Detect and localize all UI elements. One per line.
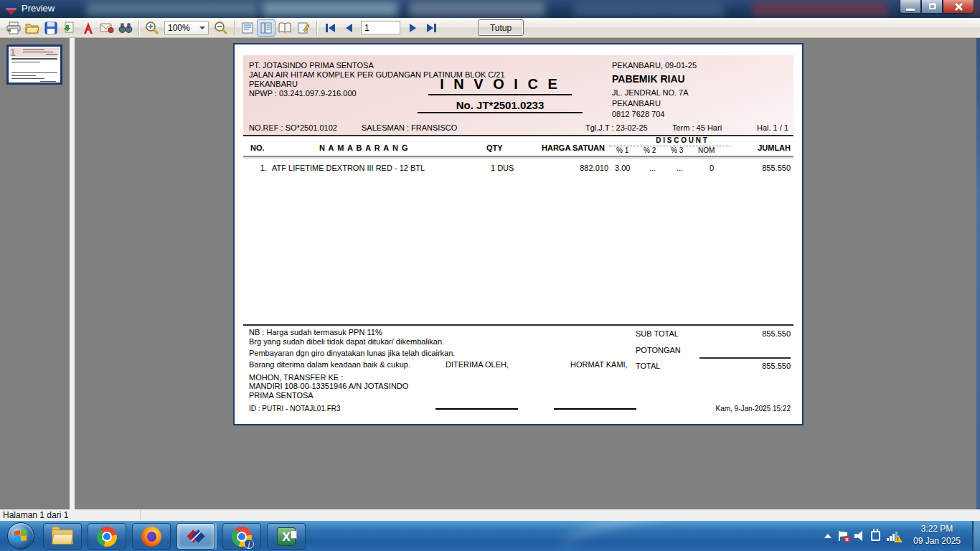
page-number-input[interactable]: [361, 21, 400, 34]
preview-content: 1 PT. JOTASINDO PRIMA SENTOSA JALAN AIR …: [0, 38, 980, 509]
page-count: Hal. 1 / 1: [757, 123, 788, 132]
volume-icon[interactable]: [854, 531, 864, 541]
operator-id: ID : PUTRI - NOTAJL01.FR3: [249, 405, 341, 413]
taskbar-active-app-button[interactable]: [176, 523, 215, 550]
save-button[interactable]: [42, 19, 60, 37]
edit-page-icon: [297, 22, 310, 34]
show-hidden-icons-button[interactable]: [824, 534, 831, 538]
item-no: 1.: [250, 164, 267, 172]
note-line: Pembayaran dgn giro dinyatakan lunas jik…: [249, 349, 455, 357]
prev-page-button[interactable]: [339, 19, 358, 37]
col-nom: NOM: [698, 146, 715, 154]
last-page-button[interactable]: [422, 19, 440, 37]
network-warning-icon: [894, 535, 903, 542]
customer-name: PABEMIK RIAU: [612, 73, 685, 85]
due-date: Tgl.J.T : 23-02-25: [585, 123, 648, 132]
customer-address: JL. JENDRAL NO. 7A: [612, 88, 689, 97]
mail-button[interactable]: [98, 19, 116, 37]
potongan-label: POTONGAN: [636, 346, 681, 354]
show-desktop-button[interactable]: [972, 521, 980, 551]
footer-divider: [243, 324, 793, 326]
view-single-page-button[interactable]: [238, 19, 257, 37]
view-continuous-button[interactable]: [257, 19, 275, 37]
subtotal-label: SUB TOTAL: [636, 329, 679, 338]
minimize-icon: [906, 9, 915, 11]
taskbar-chrome-button[interactable]: [88, 523, 126, 550]
received-by-label: DITERIMA OLEH,: [446, 360, 509, 369]
taskbar-clock[interactable]: 3:22 PM 09 Jan 2025: [904, 523, 970, 547]
pdf-button[interactable]: [79, 19, 98, 37]
item-disc1: 3.00: [615, 164, 630, 172]
restore-button[interactable]: [921, 0, 943, 14]
tutup-close-button[interactable]: Tutup: [478, 19, 524, 36]
close-button[interactable]: [943, 0, 974, 14]
taskbar-firefox-button[interactable]: [132, 523, 171, 550]
zoom-level-select[interactable]: 100%: [164, 21, 209, 35]
col-no: NO.: [250, 143, 265, 152]
action-center-icon[interactable]: x: [838, 531, 848, 541]
next-page-button[interactable]: [403, 19, 422, 37]
first-page-button[interactable]: [321, 19, 339, 37]
zoom-out-icon: [214, 21, 228, 35]
blurred-region: [409, 1, 545, 16]
zoom-in-button[interactable]: [143, 19, 161, 37]
invoice-date-place: PEKANBARU, 09-01-25: [612, 61, 697, 70]
taskbar-chrome-profile-button[interactable]: j: [222, 523, 261, 550]
network-status-icon[interactable]: [887, 531, 898, 541]
statusbar-page-indicator: Halaman 1 dari 1: [3, 510, 68, 520]
total-value: 855.550: [733, 362, 791, 370]
sidebar-splitter[interactable]: [70, 38, 75, 509]
export-button[interactable]: [60, 19, 79, 37]
toolbar-separator: [138, 21, 139, 35]
item-disc2: ...: [649, 164, 656, 172]
minimize-button[interactable]: [900, 0, 921, 14]
regards-label: HORMAT KAMI,: [570, 360, 628, 369]
customer-city: PEKANBARU: [612, 99, 661, 108]
transfer-line: MOHON, TRANSFER KE :: [249, 373, 343, 382]
invoice-title: I N V O I C E: [428, 76, 572, 95]
open-button[interactable]: [23, 19, 42, 37]
view-facing-icon: [278, 22, 292, 34]
zoom-out-button[interactable]: [212, 19, 230, 37]
first-page-icon: [326, 24, 335, 32]
view-continuous-icon: [260, 22, 273, 34]
mail-icon: [100, 22, 114, 34]
binoculars-icon: [118, 22, 133, 34]
toolbar: 100%: [0, 18, 980, 38]
taskbar-excel-button[interactable]: X: [267, 523, 306, 550]
chrome-profile-badge: j: [244, 539, 254, 549]
total-label: TOTAL: [636, 362, 660, 370]
view-facing-button[interactable]: [275, 19, 294, 37]
open-folder-icon: [25, 22, 39, 34]
page-thumbnail[interactable]: 1: [6, 44, 62, 85]
start-button[interactable]: [7, 522, 34, 550]
col-d1: % 1: [616, 146, 628, 154]
find-button[interactable]: [116, 19, 135, 37]
term: Term : 45 Hari: [672, 123, 722, 132]
system-tray: x: [824, 521, 898, 551]
col-jumlah: JUMLAH: [733, 143, 791, 152]
item-disc3: ...: [677, 164, 683, 172]
item-price: 882.010: [551, 164, 608, 172]
toolbar-separator: [316, 21, 317, 35]
total-divider: [699, 357, 791, 359]
signature-line: [554, 408, 636, 410]
app-diamond-icon: [187, 528, 204, 545]
windows-logo-icon: [14, 529, 27, 542]
power-plug-icon[interactable]: [871, 531, 880, 541]
col-nama: N A M A B A R A N G: [319, 143, 409, 152]
statusbar-divider: [140, 510, 141, 520]
view-edit-button[interactable]: [294, 19, 313, 37]
statusbar: Halaman 1 dari 1: [0, 509, 980, 521]
app-icon: [6, 4, 17, 14]
company-city: PEKANBARU: [249, 80, 298, 88]
zoom-level-value: 100%: [168, 23, 190, 33]
col-qty: QTY: [486, 143, 503, 152]
taskbar-explorer-button[interactable]: [43, 523, 82, 550]
item-name: ATF LIFETIME DEXTRON III RED - 12 BTL: [272, 164, 425, 172]
save-icon: [44, 22, 57, 34]
print-button[interactable]: [4, 19, 23, 37]
col-harga: HARGA SATUAN: [542, 143, 605, 152]
signature-line: [435, 408, 518, 410]
titlebar: Preview: [0, 0, 980, 18]
